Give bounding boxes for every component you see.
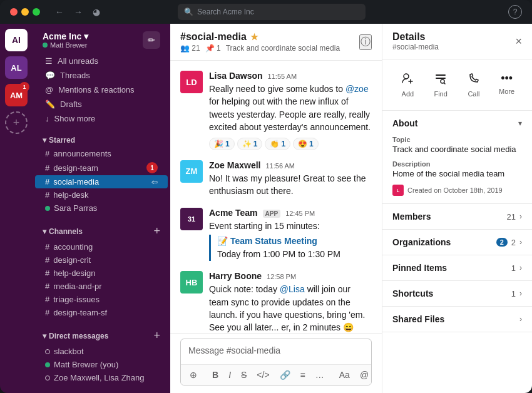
channels-section-label[interactable]: ▾ Channels xyxy=(43,227,83,236)
attach-button[interactable]: ⊕ xyxy=(187,369,200,381)
mention-button[interactable]: @ xyxy=(357,369,371,381)
channel-item-help-desk[interactable]: # help-desk xyxy=(35,188,168,202)
messages-area[interactable]: LD Lisa Dawson 11:55 AM Really need to g… xyxy=(170,61,382,333)
italic-button[interactable]: I xyxy=(226,369,233,381)
details-channel: #social-media xyxy=(392,43,439,51)
nav-threads[interactable]: 💬 Threads xyxy=(35,68,168,83)
channel-item-design-team[interactable]: # design-team 1 xyxy=(35,160,168,175)
about-section-header[interactable]: About ▾ xyxy=(382,111,532,136)
title-bar: ← → ◕ 🔍 Search Acme Inc ? xyxy=(0,0,532,24)
workspace-avatar-am[interactable]: AM 1 xyxy=(5,84,28,106)
channel-item-sara-parras[interactable]: Sara Parras xyxy=(35,202,168,215)
dm-item-matt[interactable]: Matt Brewer (you) xyxy=(35,358,168,371)
channel-item-triage-issues[interactable]: # triage-issues xyxy=(35,293,168,306)
msg-text-acme: Event starting in 15 minutes: xyxy=(209,220,372,232)
avatar-lisa: LD xyxy=(180,71,203,93)
shortcuts-row[interactable]: Shortcuts 1 › xyxy=(382,281,532,307)
starred-section-header: ▾ Starred xyxy=(33,126,170,147)
mention-lisa: @Lisa xyxy=(280,284,305,294)
channel-item-media-and-pr[interactable]: # media-and-pr xyxy=(35,280,168,293)
hash-icon: # xyxy=(45,268,49,278)
nav-mentions-reactions[interactable]: @ Mentions & reactions xyxy=(35,83,168,97)
workspace-name[interactable]: Acme Inc ▾ xyxy=(43,31,88,41)
strikethrough-button[interactable]: S xyxy=(238,369,249,381)
reaction-party[interactable]: 🎉 1 xyxy=(209,138,235,150)
pinned-items-row[interactable]: Pinned Items 1 › xyxy=(382,255,532,281)
more-formatting-button[interactable]: … xyxy=(313,369,327,381)
reaction-sparkle[interactable]: ✨ 1 xyxy=(237,138,263,150)
nav-drafts[interactable]: ✏️ Drafts xyxy=(35,97,168,111)
hash-icon: # xyxy=(45,177,49,186)
meeting-link[interactable]: 📝 Team Status Meeting xyxy=(217,235,372,248)
created-info: L Created on October 18th, 2019 xyxy=(392,185,522,196)
message-harry: HB Harry Boone 12:58 PM Quick note: toda… xyxy=(180,271,372,333)
workspace-logo[interactable]: AI xyxy=(5,29,28,51)
add-workspace-button[interactable]: + xyxy=(5,111,28,134)
reaction-heart[interactable]: 😍 1 xyxy=(293,138,319,150)
hash-icon: # xyxy=(45,149,49,158)
channel-item-accounting[interactable]: # accounting xyxy=(35,240,168,253)
minimize-window-button[interactable] xyxy=(21,8,29,16)
dm-section-label[interactable]: ▾ Direct messages xyxy=(43,332,108,340)
search-placeholder: Search Acme Inc xyxy=(197,8,254,16)
workspace-avatar-al[interactable]: AL xyxy=(5,56,28,79)
global-search-bar[interactable]: 🔍 Search Acme Inc xyxy=(178,4,366,20)
reaction-clap[interactable]: 👏 1 xyxy=(265,138,290,150)
shared-files-row[interactable]: Shared Files › xyxy=(382,307,532,332)
nav-all-unreads[interactable]: ☰ All unreads xyxy=(35,54,168,68)
shortcuts-count: 1 › xyxy=(511,289,522,299)
message-content-zoe: Zoe Maxwell 11:56 AM No! It was my pleas… xyxy=(209,160,372,198)
message-input[interactable]: Message #social-media xyxy=(181,339,371,364)
more-actions-button[interactable]: ••• More xyxy=(491,67,522,103)
mentions-icon: @ xyxy=(45,85,53,94)
add-dm-button[interactable]: + xyxy=(153,329,160,342)
msg-header-lisa: Lisa Dawson 11:55 AM xyxy=(209,71,372,81)
bold-button[interactable]: B xyxy=(210,369,221,381)
chevron-up-icon: ▾ xyxy=(518,119,522,128)
dm-item-slackbot[interactable]: slackbot xyxy=(35,345,168,358)
chevron-right-icon: › xyxy=(519,238,522,247)
add-label: Add xyxy=(402,90,414,98)
channel-item-social-media[interactable]: # social-media ⇦ xyxy=(35,175,168,188)
topic-field: Topic Track and coordinate social media xyxy=(392,136,522,154)
link-button[interactable]: 🔗 xyxy=(277,369,293,381)
call-button[interactable]: Call xyxy=(459,67,489,103)
msg-author-zoe: Zoe Maxwell xyxy=(209,160,260,170)
help-button[interactable]: ? xyxy=(508,5,522,19)
channel-item-design-team-sf[interactable]: # design-team-sf xyxy=(35,306,168,319)
text-size-button[interactable]: Aa xyxy=(337,369,352,381)
close-window-button[interactable] xyxy=(10,8,18,16)
online-dot xyxy=(45,206,50,211)
add-members-button[interactable]: Add xyxy=(392,67,423,103)
channel-item-help-design[interactable]: # help-design xyxy=(35,267,168,280)
message-content-lisa: Lisa Dawson 11:55 AM Really need to give… xyxy=(209,71,372,150)
history-button[interactable]: ◕ xyxy=(90,6,103,18)
composer-toolbar: ⊕ B I S </> 🔗 ≡ … Aa @ ☺ 📎 xyxy=(181,364,371,385)
list-button[interactable]: ≡ xyxy=(298,369,308,381)
dm-item-zoe-lisa[interactable]: Zoe Maxwell, Lisa Zhang xyxy=(35,371,168,384)
forward-button[interactable]: → xyxy=(71,6,85,18)
starred-section-label[interactable]: ▾ Starred xyxy=(43,136,75,145)
hash-icon: # xyxy=(45,163,49,173)
hash-icon: # xyxy=(45,308,49,317)
shared-files-label: Shared Files xyxy=(392,314,444,324)
composer-box: Message #social-media ⊕ B I S </> 🔗 ≡ … … xyxy=(180,339,372,385)
channel-info-button[interactable]: ⓘ xyxy=(359,34,372,50)
compose-button[interactable]: ✏ xyxy=(143,31,160,49)
message-zoe: ZM Zoe Maxwell 11:56 AM No! It was my pl… xyxy=(180,160,372,198)
members-row[interactable]: Members 21 › xyxy=(382,204,532,230)
find-button[interactable]: Find xyxy=(426,67,456,103)
channel-meta: 👥 21 📌 1 Track and coordinate social med… xyxy=(180,44,340,53)
description-value: Home of the social media team xyxy=(392,169,522,178)
channel-item-announcements[interactable]: # announcements xyxy=(35,147,168,160)
maximize-window-button[interactable] xyxy=(33,8,40,16)
organizations-row[interactable]: Organizations 2 2 › xyxy=(382,230,532,255)
hash-icon: # xyxy=(45,190,49,200)
add-channel-button[interactable]: + xyxy=(153,225,160,238)
nav-show-more[interactable]: ↓ Show more xyxy=(35,111,168,126)
code-button[interactable]: </> xyxy=(254,369,272,381)
channel-item-design-crit[interactable]: # design-crit xyxy=(35,253,168,267)
back-button[interactable]: ← xyxy=(53,6,66,18)
navigation-arrows: ← → ◕ xyxy=(53,6,103,18)
close-details-button[interactable]: × xyxy=(515,35,522,48)
